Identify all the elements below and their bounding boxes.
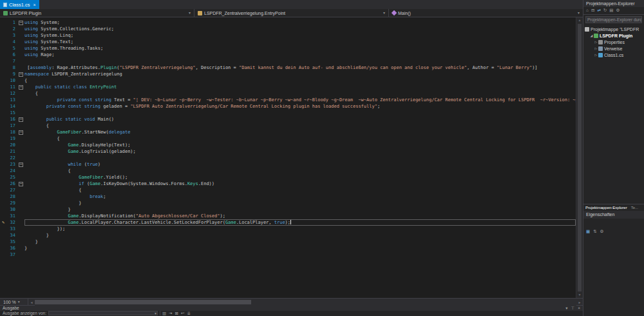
breakpoint-margin[interactable] xyxy=(0,252,6,258)
project-dropdown[interactable]: LSPDFR Plugin ▾ xyxy=(0,9,194,17)
code-text[interactable]: } xyxy=(24,232,576,239)
breakpoint-margin[interactable] xyxy=(0,32,6,39)
code-line-33[interactable]: 33 }); xyxy=(0,226,576,232)
clear-all-icon[interactable]: ⊠ xyxy=(175,311,178,316)
code-line-11[interactable]: 11− public static class EntryPoint xyxy=(0,84,576,90)
tree-collapsed-icon[interactable]: ▷ xyxy=(594,54,598,57)
vertical-scroll-thumb[interactable] xyxy=(578,24,582,291)
code-line-30[interactable]: 30 } xyxy=(0,206,576,213)
breakpoint-margin[interactable] xyxy=(0,135,6,142)
code-text[interactable]: { xyxy=(24,187,576,193)
code-line-15[interactable]: 15 xyxy=(0,110,576,116)
breakpoint-margin[interactable] xyxy=(0,148,6,155)
home-icon[interactable]: ⌂ xyxy=(586,8,589,13)
code-line-28[interactable]: 28 break; xyxy=(0,193,576,200)
code-text[interactable]: using System.Threading.Tasks; xyxy=(24,45,576,52)
code-text[interactable]: using System; xyxy=(24,19,576,26)
breakpoint-margin[interactable] xyxy=(0,77,6,84)
fold-collapse-icon[interactable]: − xyxy=(19,117,23,122)
scroll-left-icon[interactable]: ◂ xyxy=(28,300,35,304)
breakpoint-margin[interactable] xyxy=(0,155,6,161)
code-text[interactable]: namespace LSPDFR_Zentralverriegelung xyxy=(24,71,576,77)
code-text[interactable]: private const string geladen = "LSPDFR A… xyxy=(24,103,576,110)
code-text[interactable]: } xyxy=(24,239,576,245)
code-line-36[interactable]: 36} xyxy=(0,245,576,252)
code-text[interactable]: [assembly: Rage.Attributes.Plugin("LSPDF… xyxy=(24,64,576,71)
code-line-32[interactable]: ✎32 Game.LocalPlayer.Character.LastVehic… xyxy=(0,219,576,226)
property-pages-icon[interactable]: ⚙ xyxy=(600,230,604,234)
code-text[interactable]: Game.DisplayNotification("Auto Abgeschlo… xyxy=(24,213,576,219)
breakpoint-margin[interactable] xyxy=(0,206,6,213)
code-text[interactable]: using System.Text; xyxy=(24,39,576,45)
code-text[interactable]: { xyxy=(24,77,576,84)
tree-item-verweise[interactable]: ▷Verweise xyxy=(583,45,644,52)
breakpoint-margin[interactable] xyxy=(0,103,6,110)
tree-item-class1-cs[interactable]: ▷Class1.cs xyxy=(583,52,644,58)
tree-item-solution[interactable]: Projektmappe "LSPDFR xyxy=(583,26,644,32)
breakpoint-margin[interactable]: ✎ xyxy=(0,219,6,226)
code-text[interactable]: { xyxy=(24,90,576,97)
code-line-19[interactable]: 19 { xyxy=(0,135,576,142)
tree-collapsed-icon[interactable]: ▷ xyxy=(594,47,598,50)
breakpoint-margin[interactable] xyxy=(0,39,6,45)
breakpoint-margin[interactable] xyxy=(0,71,6,77)
code-line-3[interactable]: 3using System.Linq; xyxy=(0,32,576,39)
code-text[interactable]: using System.Linq; xyxy=(24,32,576,39)
code-text[interactable]: }); xyxy=(24,226,576,232)
sync-with-active-document-icon[interactable]: ⇄ xyxy=(597,8,600,13)
breakpoint-margin[interactable] xyxy=(0,168,6,174)
fold-collapse-icon[interactable]: − xyxy=(19,130,23,135)
breakpoint-margin[interactable] xyxy=(0,200,6,206)
breakpoint-margin[interactable] xyxy=(0,181,6,187)
breakpoint-margin[interactable] xyxy=(0,90,6,97)
code-text[interactable] xyxy=(24,58,576,64)
code-area[interactable]: 1−using System;2using System.Collections… xyxy=(0,17,576,298)
fold-collapse-icon[interactable]: − xyxy=(19,182,23,186)
tab-class1-cs[interactable]: Class1.cs × xyxy=(0,0,39,9)
sidebar-tab-1[interactable]: Te... xyxy=(629,206,640,210)
code-text[interactable]: GameFiber.StartNew(delegate xyxy=(24,129,576,135)
zoom-control[interactable]: 100 % ▾ xyxy=(0,299,28,306)
code-line-22[interactable]: 22 xyxy=(0,155,576,161)
output-source-icon[interactable]: ▥ xyxy=(162,311,166,316)
breakpoint-margin[interactable] xyxy=(0,239,6,245)
code-text[interactable]: Game.LogTrivial(geladen); xyxy=(24,148,576,155)
code-line-14[interactable]: 14 private const string geladen = "LSPDF… xyxy=(0,103,576,110)
horizontal-scrollbar[interactable] xyxy=(35,299,576,306)
properties-gear-icon[interactable]: ⚙ xyxy=(616,8,620,13)
breakpoint-margin[interactable] xyxy=(0,19,6,26)
breakpoint-margin[interactable] xyxy=(0,226,6,232)
breakpoint-margin[interactable] xyxy=(0,45,6,52)
solution-search-input[interactable]: Projektmappen-Explorer durch... xyxy=(585,16,642,23)
breakpoint-margin[interactable] xyxy=(0,129,6,135)
fold-collapse-icon[interactable]: − xyxy=(19,21,23,25)
code-text[interactable]: if (Game.IsKeyDown(System.Windows.Forms.… xyxy=(24,181,576,187)
code-line-13[interactable]: 13 private const string Text = "¦ DEV: ~… xyxy=(0,97,576,103)
code-line-16[interactable]: 16− public static void Main() xyxy=(0,116,576,123)
fold-collapse-icon[interactable]: − xyxy=(19,163,23,167)
code-line-10[interactable]: 10{ xyxy=(0,77,576,84)
scroll-up-icon[interactable]: ▴ xyxy=(576,17,583,23)
tree-item-project-lspdfr-plugin[interactable]: ◢LSPDFR Plugin xyxy=(583,32,644,39)
breakpoint-margin[interactable] xyxy=(0,232,6,239)
code-line-7[interactable]: 7 xyxy=(0,58,576,64)
code-line-37[interactable]: 37 xyxy=(0,252,576,258)
code-text[interactable]: using Rage; xyxy=(24,52,576,58)
code-line-23[interactable]: 23− while (true) xyxy=(0,161,576,168)
tree-collapsed-icon[interactable]: ▷ xyxy=(594,41,598,44)
code-text[interactable]: { xyxy=(24,123,576,129)
code-line-21[interactable]: 21 Game.LogTrivial(geladen); xyxy=(0,148,576,155)
breakpoint-margin[interactable] xyxy=(0,26,6,32)
code-text[interactable]: public static void Main() xyxy=(24,116,576,123)
breakpoint-margin[interactable] xyxy=(0,142,6,148)
fold-collapse-icon[interactable]: − xyxy=(19,85,23,90)
code-line-31[interactable]: 31 Game.DisplayNotification("Auto Abgesc… xyxy=(0,213,576,219)
breakpoint-margin[interactable] xyxy=(0,161,6,168)
breakpoint-margin[interactable] xyxy=(0,174,6,181)
collapse-all-icon[interactable]: ⊟ xyxy=(591,8,594,13)
code-line-5[interactable]: 5using System.Threading.Tasks; xyxy=(0,45,576,52)
code-line-20[interactable]: 20 Game.DisplayHelp(Text); xyxy=(0,142,576,148)
code-line-18[interactable]: 18− GameFiber.StartNew(delegate xyxy=(0,129,576,135)
breakpoint-margin[interactable] xyxy=(0,187,6,193)
alphabetical-icon[interactable]: ⇅ xyxy=(593,230,596,234)
